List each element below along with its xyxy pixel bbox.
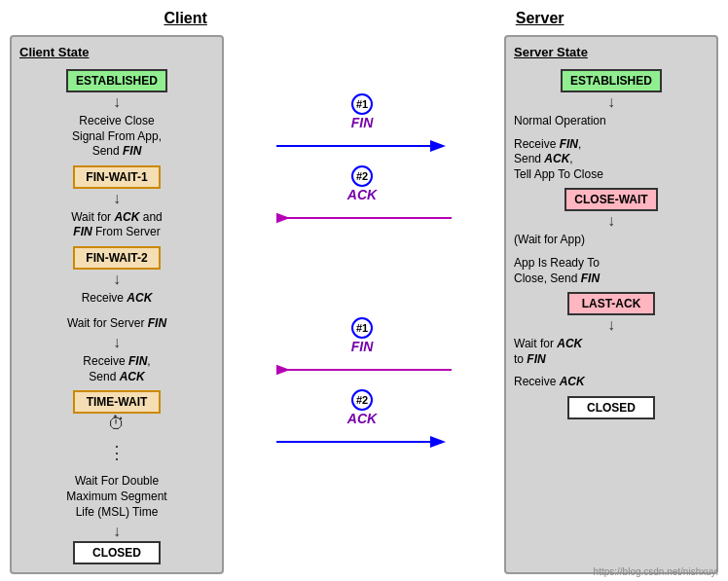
fin1-arrow xyxy=(276,134,452,158)
msg1-circle: #1 xyxy=(351,93,373,115)
client-panel: Client State ESTABLISHED ↓ Receive Close… xyxy=(10,35,224,574)
server-panel: Server State ESTABLISHED ↓ Normal Operat… xyxy=(504,35,718,574)
label-receive-close: Receive CloseSignal From App,Send FIN xyxy=(72,114,162,160)
server-close-wait: CLOSE-WAIT xyxy=(564,188,657,211)
client-time-wait: TIME-WAIT xyxy=(73,390,161,414)
ack2-arrow xyxy=(276,206,452,230)
middle-area: #1 FIN #2 ACK xyxy=(234,35,494,574)
title-row: Client Server xyxy=(10,10,718,27)
msg1-label: FIN xyxy=(351,115,374,130)
client-closed: CLOSED xyxy=(73,541,161,564)
arrow5: ⏱ xyxy=(108,414,126,433)
arrow2: ↓ xyxy=(113,189,121,208)
client-fin-wait-2: FIN-WAIT-2 xyxy=(73,246,161,270)
label-receive-fin: Receive FIN,Send ACK,Tell App To Close xyxy=(514,137,603,183)
label-receive-fin-send-ack: Receive FIN,Send ACK xyxy=(83,354,150,384)
server-last-ack: LAST-ACK xyxy=(567,292,655,315)
label-normal-op: Normal Operation xyxy=(514,114,606,129)
arrow3: ↓ xyxy=(113,270,121,289)
label-wait-server-fin: Wait for Server FIN xyxy=(67,316,166,332)
server-arrow1: ↓ xyxy=(514,92,709,112)
client-flow: ESTABLISHED ↓ Receive CloseSignal From A… xyxy=(19,65,214,564)
arrow6: ↓ xyxy=(113,522,121,541)
server-closed: CLOSED xyxy=(567,396,655,419)
client-fin-wait-1: FIN-WAIT-1 xyxy=(73,165,161,189)
server-title: Server xyxy=(516,10,564,27)
client-title: Client xyxy=(164,10,206,27)
label-wait-for-app: (Wait for App) xyxy=(514,233,585,248)
diagram-row: Client State ESTABLISHED ↓ Receive Close… xyxy=(10,35,718,574)
msg2-label: ACK xyxy=(347,187,377,202)
label-wait-ack-fin: Wait for ACK andFIN From Server xyxy=(71,210,163,240)
ack-client-arrow xyxy=(276,430,452,454)
msg3-circle: #1 xyxy=(351,317,373,339)
msg4-label: ACK xyxy=(347,411,377,426)
arrow1: ↓ xyxy=(113,92,121,112)
msg3-label: FIN xyxy=(351,339,374,354)
label-wait-ack-fin: Wait for ACKto FIN xyxy=(514,337,582,367)
arrow4: ↓ xyxy=(113,333,121,352)
main-container: Client Server Client State ESTABLISHED ↓… xyxy=(0,0,728,581)
label-app-ready: App Is Ready ToClose, Send FIN xyxy=(514,256,600,286)
msg2-circle: #2 xyxy=(351,165,373,187)
server-flow: ESTABLISHED ↓ Normal Operation Receive F… xyxy=(514,65,709,419)
dashed-arrow: ⋮ xyxy=(108,433,126,472)
label-server-receive-ack: Receive ACK xyxy=(514,375,585,390)
client-established: ESTABLISHED xyxy=(66,69,167,92)
label-wait-msl: Wait For DoubleMaximum SegmentLife (MSL)… xyxy=(66,474,166,520)
server-arrow3: ↓ xyxy=(514,315,709,335)
server-arrow2: ↓ xyxy=(514,211,709,231)
msg4-circle: #2 xyxy=(351,389,373,411)
client-section-title: Client State xyxy=(19,45,90,59)
label-receive-ack: Receive ACK xyxy=(82,291,153,307)
server-established: ESTABLISHED xyxy=(561,69,662,92)
server-section-title: Server State xyxy=(514,45,588,59)
fin-server-arrow xyxy=(276,358,452,381)
footer-url: https://blog.csdn.net/nishxuyi xyxy=(594,566,718,577)
